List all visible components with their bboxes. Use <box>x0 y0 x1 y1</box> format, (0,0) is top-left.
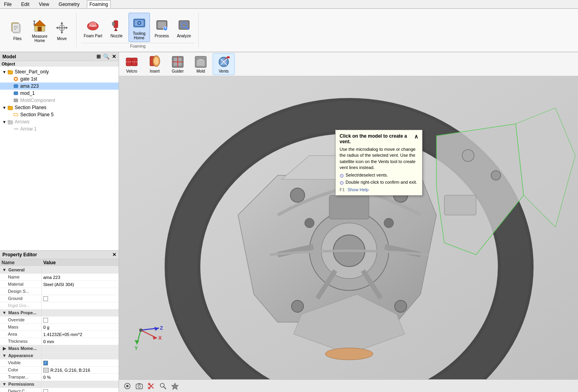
bottom-btn-eye[interactable] <box>122 381 132 391</box>
analyze-button[interactable]: Analyze <box>174 15 194 40</box>
prop-detectc-row: Detect C... <box>0 388 119 392</box>
search-icon[interactable]: 🔍 <box>103 54 109 60</box>
tooling-icon <box>131 15 147 31</box>
files-button[interactable]: Files <box>7 18 28 42</box>
ama223-label: ama 223 <box>20 83 39 89</box>
menu-foaming[interactable]: Foaming <box>87 0 111 8</box>
color-swatch[interactable] <box>43 368 49 373</box>
svg-rect-62 <box>197 60 205 66</box>
tree-item-gate1st[interactable]: gate 1st <box>0 75 119 83</box>
tooltip-body: Use the microdialog to move or change th… <box>340 146 418 171</box>
tooltip-item-2: ⊙ Double right-click to confirm and exit… <box>340 180 418 186</box>
prop-col-value: Value <box>42 259 119 266</box>
prop-section-mass-prope[interactable]: ▼ Mass Prope... <box>0 309 119 317</box>
close-tree-icon[interactable]: ✕ <box>112 54 116 60</box>
prop-section-permissions[interactable]: ▼ Permissions <box>0 381 119 388</box>
tree-item-ama223[interactable]: ama 223 <box>0 83 119 90</box>
arrow1-label: Arrow 1 <box>20 126 36 132</box>
analyze-label: Analyze <box>177 34 191 38</box>
steer-folder-icon <box>7 69 13 75</box>
bottom-btn-star[interactable] <box>170 381 180 391</box>
svg-rect-48 <box>8 120 10 121</box>
scene-svg[interactable]: X Y Z <box>119 76 578 379</box>
foam-part-button[interactable]: FOAM Foam Part <box>81 15 105 40</box>
move-button[interactable]: Move <box>52 18 72 42</box>
tree-item-arrows[interactable]: ▼ Arrows <box>0 118 119 125</box>
foam-part-label: Foam Part <box>84 34 102 38</box>
bottom-btn-scissors[interactable] <box>146 381 156 391</box>
nozzle-button[interactable]: Nozzle <box>106 15 127 40</box>
velcro-button[interactable]: Velcro <box>121 54 143 75</box>
tooltip-item-2-text: Double right-click to confirm and exit. <box>346 180 417 184</box>
prop-rigidgro-row: Rigid Gro... <box>0 302 119 309</box>
expand-steer[interactable]: ▼ <box>2 70 7 74</box>
expand-section-planes[interactable]: ▼ <box>2 106 7 110</box>
ribbon: Files MeasureHome <box>0 9 578 52</box>
prop-designs-row: Design S... <box>0 288 119 295</box>
prop-material-value: Steel (AISI 304) <box>42 281 119 288</box>
process-button[interactable]: Process <box>152 15 172 40</box>
menu-view[interactable]: View <box>36 1 52 8</box>
tooling-button[interactable]: ToolingHome <box>129 13 150 42</box>
tooltip-close-button[interactable]: ∧ <box>414 133 418 144</box>
measure-home-button[interactable]: MeasureHome <box>29 16 50 44</box>
vents-button[interactable]: Vents <box>213 53 235 75</box>
left-panel: Model ⊞ 🔍 ✕ Object ▼ Steer_Part_ <box>0 52 119 392</box>
tree-item-section-plane5[interactable]: Section Plane 5 <box>0 111 119 118</box>
files-label: Files <box>13 37 21 41</box>
visible-checkbox[interactable] <box>43 361 48 365</box>
prop-section-appearance[interactable]: ▼ Appearance <box>0 352 119 359</box>
prop-name-row: Name ama 223 <box>0 274 119 281</box>
menu-geometry[interactable]: Geometry <box>56 1 82 8</box>
tree-item-moldcomponent[interactable]: MoldComponent <box>0 97 119 104</box>
velcro-icon <box>125 55 139 69</box>
gate1st-icon <box>13 76 19 82</box>
tree-item-steer-part-only[interactable]: ▼ Steer_Part_only <box>0 68 119 75</box>
object-label: Object <box>0 61 119 67</box>
measure-home-label: MeasureHome <box>32 34 48 43</box>
arrows-label: Arrows <box>15 119 29 125</box>
detectc-checkbox[interactable] <box>43 389 48 392</box>
mold-button[interactable]: Mold <box>190 54 212 75</box>
tree-item-arrow1[interactable]: Arrow 1 <box>0 125 119 133</box>
tooltip-f1-row: F1 Show Help <box>340 187 418 192</box>
ground-checkbox[interactable] <box>43 296 48 301</box>
svg-marker-114 <box>171 383 179 390</box>
prop-mass-value: 0 g <box>42 324 119 331</box>
bottom-btn-search[interactable] <box>158 381 168 391</box>
menu-edit[interactable]: Edit <box>19 1 32 8</box>
prop-section-general[interactable]: ▼ General <box>0 267 119 274</box>
grid-icon[interactable]: ⊞ <box>96 54 101 60</box>
property-editor-close[interactable]: ✕ <box>112 252 116 257</box>
ribbon-foaming-items: FOAM Foam Part Nozzle <box>81 13 194 42</box>
svg-point-56 <box>154 57 159 65</box>
model-tree-header-icons: ⊞ 🔍 ✕ <box>96 54 116 60</box>
property-editor: Property Editor ✕ Name Value ▼ General <box>0 251 119 392</box>
tree-item-mod1[interactable]: mod_1 <box>0 90 119 97</box>
svg-point-87 <box>462 150 474 161</box>
svg-rect-45 <box>8 106 10 107</box>
arrows-folder-icon <box>7 119 13 125</box>
measure-home-icon <box>32 17 48 33</box>
expand-arrows[interactable]: ▼ <box>2 120 7 124</box>
section-planes-label: Section Planes <box>15 105 46 110</box>
ribbon-group-items: Files MeasureHome <box>7 13 72 48</box>
insert-icon <box>148 55 162 69</box>
prop-col-headers: Name Value <box>0 259 119 267</box>
guider-button[interactable]: Guider <box>167 54 189 75</box>
section-plane5-icon <box>13 111 19 118</box>
moldcomp-icon <box>13 97 19 104</box>
menu-file[interactable]: File <box>2 1 14 8</box>
tooltip-bullet-2: ⊙ <box>340 180 344 186</box>
bottom-btn-cam[interactable] <box>134 381 144 391</box>
move-icon <box>54 20 70 36</box>
insert-button[interactable]: Insert <box>144 54 166 75</box>
svg-rect-46 <box>14 113 18 116</box>
prop-section-mass-mome[interactable]: ▶ Mass Mome... <box>0 345 119 352</box>
menubar: File Edit View Geometry Foaming <box>0 0 578 9</box>
mass-override-checkbox[interactable] <box>43 318 48 323</box>
tooltip-show-help[interactable]: Show Help <box>348 187 369 192</box>
tree-item-section-planes[interactable]: ▼ Section Planes <box>0 104 119 111</box>
section-planes-folder-icon <box>7 104 13 111</box>
process-icon <box>154 17 170 33</box>
